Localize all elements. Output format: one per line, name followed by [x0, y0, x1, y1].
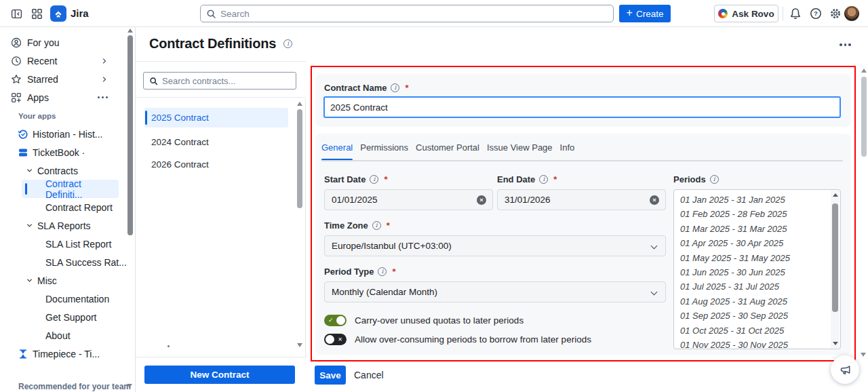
scrollbar-thumb[interactable] [861, 77, 867, 157]
contract-list-item[interactable]: 2024 Contract [144, 132, 288, 152]
periods-scrollbar[interactable] [831, 191, 840, 348]
list-scroll-up-arrow[interactable] [297, 102, 302, 106]
sidebar-item-historian[interactable]: Historian - Hist... [0, 125, 127, 143]
clear-icon[interactable]: × [650, 195, 659, 205]
collapse-sidebar-icon[interactable] [9, 7, 23, 20]
app-switcher-icon[interactable] [30, 7, 43, 20]
time-zone-select[interactable]: Europe/Istanbul (UTC+03:00) [324, 235, 666, 256]
sidebar-item-ticketbook[interactable]: TicketBook · [0, 143, 127, 161]
sidebar-item-starred[interactable]: Starred [0, 70, 127, 88]
period-item: 01 Jun 2025 - 30 Jun 2025 [674, 265, 840, 279]
borrow-toggle[interactable]: ✕ [324, 334, 347, 345]
contract-form-highlighted-region: Contract Name * General Permissions Cust… [311, 66, 856, 361]
user-avatar[interactable] [844, 6, 859, 21]
sidebar-item-about[interactable]: About [0, 326, 127, 345]
period-item: 01 Aug 2025 - 31 Aug 2025 [674, 294, 840, 309]
period-type-label: Period Type [324, 267, 374, 277]
tab-customer-portal[interactable]: Customer Portal [416, 142, 479, 158]
periods-info-icon[interactable] [710, 175, 719, 184]
sidebar-item-apps[interactable]: Apps [0, 88, 127, 106]
sidebar-item-documentation[interactable]: Documentation [0, 290, 127, 308]
start-date-input[interactable]: 01/01/2025 × [324, 189, 493, 210]
period-item: 01 Jan 2025 - 31 Jan 2025 [674, 190, 840, 207]
list-scrollbar-thumb[interactable] [297, 109, 302, 208]
sidebar-group-contracts[interactable]: Contracts [0, 161, 127, 180]
scroll-down-arrow[interactable] [861, 353, 866, 357]
sidebar-item-recent[interactable]: Recent [0, 52, 127, 70]
contract-item-label: 2024 Contract [151, 137, 209, 147]
settings-gear-icon[interactable] [829, 7, 842, 20]
help-icon[interactable]: ? [809, 7, 823, 20]
period-item: 01 May 2025 - 31 May 2025 [674, 251, 840, 265]
period-type-info-icon[interactable] [378, 267, 387, 276]
clear-icon[interactable]: × [477, 195, 486, 205]
contract-search[interactable] [143, 72, 296, 90]
scrollbar-thumb[interactable] [832, 203, 838, 312]
tab-general[interactable]: General [321, 142, 353, 158]
tab-info[interactable]: Info [560, 142, 575, 158]
scroll-up-arrow[interactable] [861, 68, 867, 73]
sidebar-item-sla-success-rate[interactable]: SLA Success Rat... [0, 253, 127, 271]
contract-search-input[interactable] [162, 76, 290, 86]
create-button[interactable]: + Create [619, 5, 671, 22]
sidebar-group-misc[interactable]: Misc [0, 271, 127, 290]
main-scrollbar[interactable] [859, 66, 868, 361]
carry-over-toggle[interactable]: ✓ [324, 315, 347, 326]
toggle-knob [326, 335, 334, 344]
required-asterisk: * [553, 174, 557, 184]
scroll-down-arrow[interactable] [833, 342, 838, 345]
list-scroll-down-arrow[interactable] [297, 343, 302, 347]
person-icon [11, 37, 22, 48]
required-asterisk: * [392, 267, 395, 277]
scroll-up-arrow[interactable] [127, 28, 133, 33]
contract-list-item[interactable]: 2025 Contract [144, 108, 288, 128]
end-date-input[interactable]: 31/01/2026 × [497, 189, 666, 210]
start-date-info-icon[interactable] [370, 175, 378, 184]
app-name: Jira [71, 0, 89, 27]
cancel-button[interactable]: Cancel [354, 366, 384, 385]
tabs-divider [321, 160, 843, 161]
sidebar-item-contract-definitions[interactable]: Contract Definiti... [22, 180, 119, 198]
sidebar-group-label: Misc [37, 275, 57, 286]
plus-icon: + [627, 7, 633, 18]
sidebar-item-timepiece[interactable]: Timepiece - Ti... [0, 345, 127, 363]
more-options-icon[interactable] [98, 96, 108, 98]
start-date-value: 01/01/2025 [332, 195, 378, 205]
save-button[interactable]: Save [315, 366, 346, 385]
page-more-actions-icon[interactable] [840, 43, 851, 46]
contract-name-input[interactable] [323, 96, 841, 118]
star-icon [11, 74, 22, 85]
tab-issue-view-page[interactable]: Issue View Page [487, 142, 553, 158]
contract-list-item[interactable]: 2026 Contract [144, 155, 288, 174]
sidebar-item-sla-list-report[interactable]: SLA List Report [0, 235, 127, 253]
jira-logo-icon[interactable] [50, 5, 66, 22]
sidebar-item-for-you[interactable]: For you [0, 33, 127, 52]
sidebar-scrollbar[interactable] [127, 28, 133, 391]
scroll-down-arrow[interactable] [127, 384, 132, 388]
tab-permissions[interactable]: Permissions [360, 142, 408, 158]
global-search[interactable] [200, 5, 614, 22]
book-icon [18, 147, 28, 158]
page-title-info-icon[interactable] [283, 39, 292, 48]
sidebar-item-get-support[interactable]: Get Support [0, 308, 127, 326]
contract-details-card: General Permissions Customer Portal Issu… [315, 134, 851, 355]
feedback-button[interactable] [831, 355, 859, 384]
period-type-value: Monthly (Calendar Month) [332, 287, 437, 297]
sidebar-item-label: Documentation [45, 294, 109, 305]
search-input[interactable] [220, 9, 608, 19]
ask-rovo-button[interactable]: Ask Rovo [714, 5, 778, 22]
end-date-info-icon[interactable] [539, 175, 548, 184]
period-item: 01 Nov 2025 - 30 Nov 2025 [674, 338, 840, 349]
scrollbar-thumb[interactable] [127, 35, 133, 235]
contract-name-info-icon[interactable] [391, 83, 399, 92]
end-date-value: 31/01/2026 [505, 195, 551, 205]
sidebar-group-sla-reports[interactable]: SLA Reports [0, 216, 127, 235]
scroll-up-arrow[interactable] [833, 193, 838, 197]
time-zone-info-icon[interactable] [372, 221, 381, 230]
sidebar-item-label: Get Support [45, 312, 97, 323]
notifications-bell-icon[interactable] [789, 7, 802, 20]
new-contract-button[interactable]: New Contract [144, 366, 295, 384]
period-type-select[interactable]: Monthly (Calendar Month) [324, 281, 666, 302]
sidebar-item-contract-report[interactable]: Contract Report [0, 198, 127, 216]
time-zone-label: Time Zone [324, 220, 368, 231]
